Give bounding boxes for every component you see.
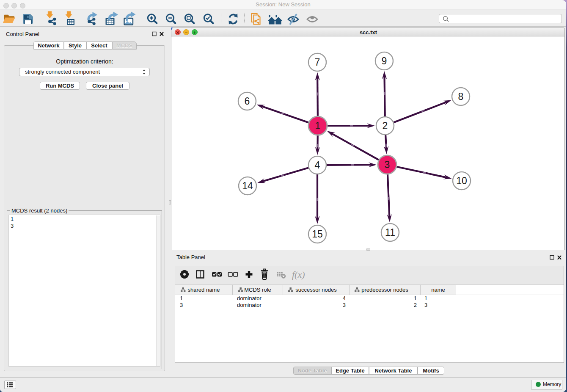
svg-text:6: 6 [245, 96, 250, 107]
svg-text:7: 7 [315, 57, 320, 68]
svg-text:2: 2 [383, 120, 388, 131]
svg-text:11: 11 [385, 227, 395, 238]
svg-text:15: 15 [312, 229, 323, 240]
svg-text:14: 14 [242, 180, 253, 191]
svg-text:1: 1 [315, 120, 321, 131]
svg-text:f(x): f(x) [292, 269, 305, 280]
svg-text:3: 3 [385, 159, 390, 170]
svg-text:4: 4 [315, 160, 320, 171]
svg-text:8: 8 [458, 91, 464, 102]
svg-text:10: 10 [456, 175, 467, 186]
svg-text:9: 9 [382, 55, 387, 66]
